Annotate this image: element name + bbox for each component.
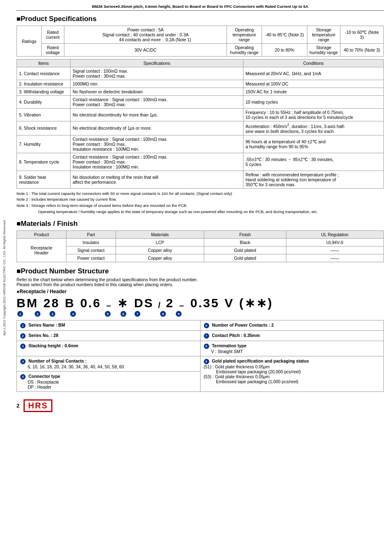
mat-ul-3: ——: [286, 254, 383, 262]
spec-row-9: 9. Solder heatresistance No dissolution …: [17, 171, 384, 188]
code-2: 2: [166, 297, 174, 309]
desc-num-3: 3: [20, 344, 26, 349]
desc-num-5: 5: [20, 374, 26, 379]
desc-label-7: Contact Pitch : 0.35mm: [212, 333, 260, 338]
desc-cell-6: 6 Number of Power Contacts : 2: [200, 320, 384, 331]
spec-spec-6: No electrical discontinuity of 1μs or mo…: [71, 121, 243, 135]
specs-col-items: Items: [17, 59, 71, 67]
spec-item-6: 6. Shock resistance: [17, 121, 71, 135]
spec-cond-3: 150V AC for 1 minute: [243, 88, 384, 96]
desc-num-7: 7: [204, 333, 209, 339]
mat-col-ul: UL Regulation: [286, 231, 383, 239]
mat-ul-1: UL94V-0: [286, 239, 383, 247]
spec-item-5: 5. Vibration: [17, 109, 71, 121]
circle-numbers-row: 1 2 3 4 5 6 7 8 9: [17, 311, 384, 317]
desc-num-2: 2: [20, 333, 26, 339]
mat-product: ReceptacleHeader: [17, 239, 66, 262]
desc-cell-3: 3 Stacking height : 0.6mm: [17, 341, 201, 356]
mat-material-1: LCP: [116, 239, 204, 247]
bm-code-display: BM 28 B 0.6 – ∗ DS / 2 – 0.35 V (∗∗): [17, 297, 384, 309]
desc-text-5b: DP : Header: [20, 384, 52, 389]
spec-item-7: 7. Humidity: [17, 135, 71, 153]
desc-text-4: 6, 10, 16, 18, 20, 24, 30, 34, 36, 40, 4…: [20, 364, 124, 369]
ratings-label: Ratings: [17, 26, 42, 57]
code-parens: (∗∗): [239, 297, 273, 309]
desc-text-5a: DS : Receptacle: [20, 379, 59, 384]
circle-2: 2: [35, 311, 40, 317]
desc-text-8: V : Straight SMT: [204, 349, 243, 354]
rated-current-label: Rated current: [42, 26, 64, 44]
spec-cond-2: Measured at 100V DC: [243, 80, 384, 88]
note-3: Note 3 : Storage refers to long-term-sto…: [17, 203, 384, 209]
rated-voltage-label: Ratedvoltage: [42, 44, 64, 57]
desc-num-6: 6: [204, 323, 209, 328]
code-b: B: [65, 297, 75, 309]
ratings-table: Ratings Rated current Power contact : 5A…: [17, 26, 384, 57]
spec-cond-8: -55±3℃ : 30 minutes → 85±2℃ : 30 minutes…: [243, 153, 384, 171]
mat-col-finish: Finish: [204, 231, 286, 239]
op-hum-label: Operatinghumidity range: [227, 44, 262, 57]
desc-label-3: Stacking height : 0.6mm: [28, 343, 78, 348]
op-hum-val: 20 to 80%: [262, 44, 307, 57]
note-1: Note 1 : The total current capacity for …: [17, 191, 384, 197]
spec-spec-4: Contact resistance : Signal contact : 10…: [71, 96, 243, 109]
specs-col-cond: Conditions: [243, 59, 384, 67]
spec-row-3: 3. Withstanding voltage No flashover or …: [17, 88, 384, 96]
spec-cond-1: Measured at 20mV AC, 1kHz, and 1mA: [243, 67, 384, 80]
desc-num-4: 4: [20, 359, 26, 364]
desc-label-6: Number of Power Contacts : 2: [212, 323, 274, 327]
spec-row-7: 7. Humidity Contact resistance : Signal …: [17, 135, 384, 153]
spec-item-8: 8. Temperature cycle: [17, 153, 71, 171]
desc-cell-2: 2 Series No. : 28: [17, 331, 201, 341]
mat-part-3: Power contact: [66, 254, 116, 262]
spec-row-6: 6. Shock resistance No electrical discon…: [17, 121, 384, 135]
code-ds: DS: [134, 297, 154, 309]
desc-cell-9: 9 Gold plated specification and packagin…: [200, 356, 384, 392]
spec-spec-1: Signal contact : 100mΩ max.Power contact…: [71, 67, 243, 80]
desc-label-4: Number of Signal Contacts :: [28, 358, 87, 363]
mat-finish-1: Black: [204, 239, 286, 247]
desc-num-8: 8: [204, 344, 209, 349]
desc-cell-4: 4 Number of Signal Contacts : 6, 10, 16,…: [17, 356, 201, 372]
desc-text-9d: Embossed tape packaging (1,000 pcs/reel): [204, 379, 299, 384]
spec-cond-6: Acceleration : 450m/s2, duration : 11ms,…: [243, 121, 384, 135]
circle-3: 3: [50, 311, 55, 317]
mat-col-product: Product: [17, 231, 66, 239]
mat-col-materials: Materials: [116, 231, 204, 239]
desc-table: 1 Series Name : BM 6 Number of Power Con…: [17, 320, 384, 392]
desc-label-8: Termination type: [212, 343, 246, 348]
circle-4: 4: [70, 311, 76, 317]
spec-row-4: 4. Durability Contact resistance : Signa…: [17, 96, 384, 109]
specs-table: Items Specifications Conditions 1. Conta…: [17, 59, 384, 189]
spec-item-2: 2. Insulation resistance: [17, 80, 71, 88]
desc-row-2: 2 Series No. : 28 7 Contact Pitch : 0.35…: [17, 331, 384, 341]
materials-section: ■Materials / Finish Product Part Materia…: [17, 220, 384, 262]
hrs-logo: HRS: [24, 399, 52, 412]
notes-section: Note 1 : The total current capacity for …: [17, 191, 384, 215]
code-v: V: [224, 297, 234, 309]
desc-cell-7: 7 Contact Pitch : 0.35mm: [200, 331, 384, 341]
materials-table: Product Part Materials Finish UL Regulat…: [17, 230, 384, 262]
circle-9: 9: [176, 311, 182, 317]
desc-row-3: 3 Stacking height : 0.6mm 8 Termination …: [17, 341, 384, 356]
desc-cell-5: 5 Connector type DS : Receptacle DP : He…: [17, 372, 201, 392]
product-specs-title: ■Product Specifications: [17, 15, 384, 23]
note-3-cont: Operating temperature / humidity range a…: [17, 209, 384, 215]
spec-row-1: 1. Contact resistance Signal contact : 1…: [17, 67, 384, 80]
mat-row-1: ReceptacleHeader Insulator LCP Black UL9…: [17, 239, 384, 247]
spec-spec-9: No dissolution or melting of the resin t…: [71, 171, 243, 188]
rated-voltage-val: 30V AC/DC: [64, 44, 227, 57]
mat-part-2: Signal contact: [66, 247, 116, 254]
desc-label-1: Series Name : BM: [28, 323, 65, 327]
desc-cell-1: 1 Series Name : BM: [17, 320, 201, 331]
desc-label-9: Gold plated specification and packaging …: [212, 358, 309, 363]
spec-item-4: 4. Durability: [17, 96, 71, 109]
spec-spec-5: No electrical discontinuity for more tha…: [71, 109, 243, 121]
spec-item-1: 1. Contact resistance: [17, 67, 71, 80]
code-035: 0.35: [190, 297, 219, 309]
circle-1: 1: [17, 311, 23, 317]
desc-num-9: 9: [204, 359, 209, 364]
footer: 2 HRS: [17, 399, 384, 412]
specs-col-spec: Specifications: [71, 59, 243, 67]
product-number-title: ■Product Number Structure: [17, 267, 384, 275]
